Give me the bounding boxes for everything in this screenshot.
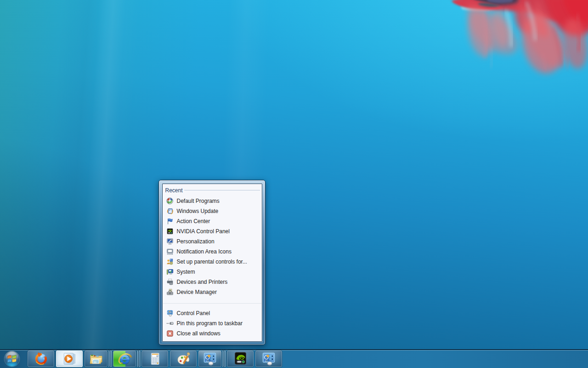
svg-text:0: 0 (156, 354, 158, 357)
